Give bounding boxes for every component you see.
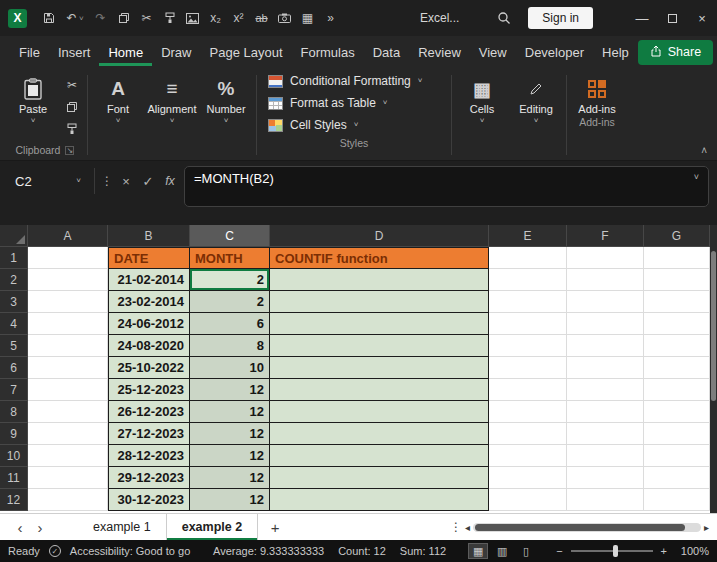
- cell-B8[interactable]: 26-12-2023: [108, 401, 190, 423]
- ribbon-tab-developer[interactable]: Developer: [516, 38, 593, 66]
- zoom-slider[interactable]: [571, 550, 653, 552]
- vertical-scrollbar-thumb[interactable]: [711, 251, 716, 401]
- cell-F11[interactable]: [567, 467, 644, 489]
- next-sheet-icon[interactable]: ›: [30, 519, 50, 536]
- column-header-A[interactable]: A: [28, 225, 108, 247]
- cut-button[interactable]: ✂: [60, 76, 84, 94]
- cell-D1[interactable]: COUNTIF function: [270, 247, 489, 269]
- cell-A6[interactable]: [28, 357, 108, 379]
- cell-G10[interactable]: [644, 445, 710, 467]
- cell-A8[interactable]: [28, 401, 108, 423]
- cell-styles-button[interactable]: Cell Styles ˅: [260, 114, 448, 136]
- cell-D6[interactable]: [270, 357, 489, 379]
- column-header-C[interactable]: C: [190, 225, 270, 247]
- camera-icon[interactable]: [273, 6, 296, 30]
- cell-F4[interactable]: [567, 313, 644, 335]
- name-box[interactable]: C2 ˅: [8, 169, 88, 193]
- save-icon[interactable]: [37, 6, 60, 30]
- redo-icon[interactable]: ↷: [89, 6, 112, 30]
- strikethrough-icon[interactable]: ab: [250, 6, 273, 30]
- cell-A4[interactable]: [28, 313, 108, 335]
- undo-dropdown-icon[interactable]: ˅: [79, 14, 89, 23]
- ribbon-tab-home[interactable]: Home: [99, 38, 152, 66]
- cell-E3[interactable]: [489, 291, 567, 313]
- cell-E4[interactable]: [489, 313, 567, 335]
- font-menu-button[interactable]: A Font ˅: [91, 70, 145, 160]
- excel-logo-icon[interactable]: X: [8, 9, 27, 28]
- accessibility-status[interactable]: Accessibility: Good to go: [70, 545, 190, 557]
- cell-G12[interactable]: [644, 489, 710, 511]
- cell-G4[interactable]: [644, 313, 710, 335]
- page-layout-view-button[interactable]: ▥: [492, 543, 512, 559]
- cell-E10[interactable]: [489, 445, 567, 467]
- cell-G9[interactable]: [644, 423, 710, 445]
- cell-D10[interactable]: [270, 445, 489, 467]
- cell-G7[interactable]: [644, 379, 710, 401]
- cell-F7[interactable]: [567, 379, 644, 401]
- cell-G8[interactable]: [644, 401, 710, 423]
- row-header-4[interactable]: 4: [0, 313, 28, 335]
- cell-D12[interactable]: [270, 489, 489, 511]
- row-header-2[interactable]: 2: [0, 269, 28, 291]
- ribbon-tab-insert[interactable]: Insert: [49, 38, 100, 66]
- row-header-1[interactable]: 1: [0, 247, 28, 269]
- minimize-button[interactable]: —: [627, 0, 657, 36]
- cell-F3[interactable]: [567, 291, 644, 313]
- cell-C11[interactable]: 12: [190, 467, 270, 489]
- cell-B12[interactable]: 30-12-2023: [108, 489, 190, 511]
- cell-A7[interactable]: [28, 379, 108, 401]
- cell-F2[interactable]: [567, 269, 644, 291]
- zoom-level[interactable]: 100%: [675, 545, 709, 557]
- cell-B2[interactable]: 21-02-2014: [108, 269, 190, 291]
- cell-F5[interactable]: [567, 335, 644, 357]
- row-header-7[interactable]: 7: [0, 379, 28, 401]
- column-header-B[interactable]: B: [108, 225, 190, 247]
- cell-E9[interactable]: [489, 423, 567, 445]
- cell-E1[interactable]: [489, 247, 567, 269]
- formula-input[interactable]: =MONTH(B2) ˅: [184, 166, 709, 207]
- confirm-entry-button[interactable]: ✓: [138, 169, 158, 193]
- ribbon-tab-page-layout[interactable]: Page Layout: [201, 38, 292, 66]
- cell-A5[interactable]: [28, 335, 108, 357]
- cell-D2[interactable]: [270, 269, 489, 291]
- horizontal-scrollbar[interactable]: [473, 523, 701, 532]
- conditional-formatting-button[interactable]: Conditional Formatting ˅: [260, 70, 448, 92]
- alignment-menu-button[interactable]: ≡ Alignment ˅: [145, 70, 199, 160]
- scroll-right-icon[interactable]: ▸: [704, 522, 709, 533]
- cell-E5[interactable]: [489, 335, 567, 357]
- cell-B3[interactable]: 23-02-2014: [108, 291, 190, 313]
- cell-C7[interactable]: 12: [190, 379, 270, 401]
- cell-C12[interactable]: 12: [190, 489, 270, 511]
- cell-A3[interactable]: [28, 291, 108, 313]
- cell-E7[interactable]: [489, 379, 567, 401]
- cell-D5[interactable]: [270, 335, 489, 357]
- cell-G11[interactable]: [644, 467, 710, 489]
- cells-menu-button[interactable]: ▦ Cells ˅: [455, 70, 509, 160]
- cell-B9[interactable]: 27-12-2023: [108, 423, 190, 445]
- search-icon[interactable]: [490, 11, 518, 25]
- cancel-entry-button[interactable]: ×: [116, 169, 136, 193]
- cell-F6[interactable]: [567, 357, 644, 379]
- collapse-ribbon-icon[interactable]: ˄: [701, 145, 707, 156]
- table-icon[interactable]: ▦: [296, 6, 319, 30]
- cell-B6[interactable]: 25-10-2022: [108, 357, 190, 379]
- cell-A11[interactable]: [28, 467, 108, 489]
- ribbon-tab-view[interactable]: View: [470, 38, 516, 66]
- cell-C4[interactable]: 6: [190, 313, 270, 335]
- cell-A1[interactable]: [28, 247, 108, 269]
- cell-G2[interactable]: [644, 269, 710, 291]
- cell-F12[interactable]: [567, 489, 644, 511]
- row-header-9[interactable]: 9: [0, 423, 28, 445]
- superscript-icon[interactable]: x²: [227, 6, 250, 30]
- cell-D9[interactable]: [270, 423, 489, 445]
- cell-C1[interactable]: MONTH: [190, 247, 270, 269]
- row-header-8[interactable]: 8: [0, 401, 28, 423]
- expand-formula-bar-icon[interactable]: ˅: [694, 172, 699, 182]
- format-as-table-button[interactable]: Format as Table ˅: [260, 92, 448, 114]
- cell-B5[interactable]: 24-08-2020: [108, 335, 190, 357]
- row-header-6[interactable]: 6: [0, 357, 28, 379]
- maximize-button[interactable]: [657, 0, 687, 36]
- vertical-scrollbar[interactable]: [710, 225, 717, 513]
- insert-picture-icon[interactable]: [181, 6, 204, 30]
- cell-C3[interactable]: 2: [190, 291, 270, 313]
